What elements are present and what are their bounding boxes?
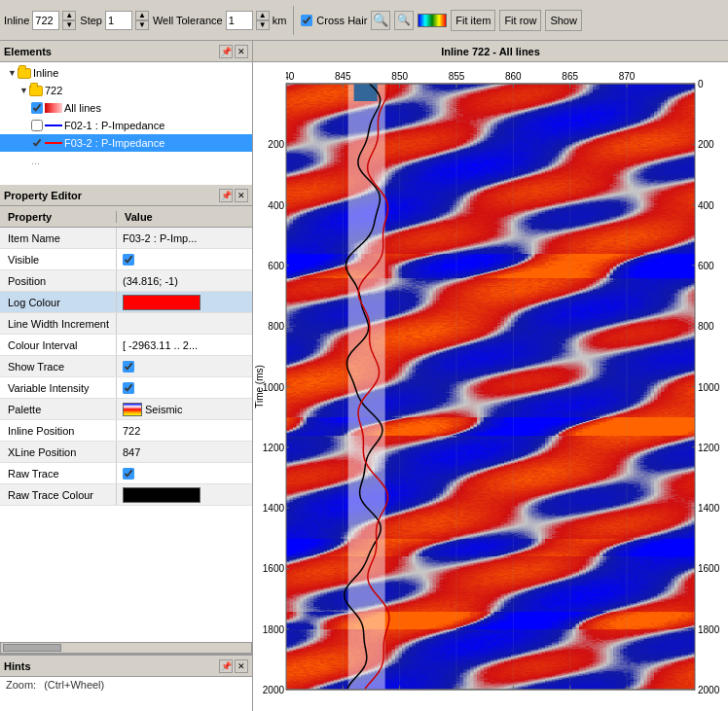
color-bar	[418, 14, 447, 27]
divider-1	[293, 6, 294, 35]
checkbox-f03-2[interactable]	[31, 137, 43, 149]
elements-panel-controls: 📌 ✕	[219, 45, 248, 58]
inline-spin-up[interactable]: ▲	[62, 11, 76, 20]
seismic-title-text: Inline 722 - All lines	[441, 46, 540, 57]
tolerance-input[interactable]	[226, 11, 253, 30]
log-colour-swatch[interactable]	[123, 295, 200, 310]
step-spin-up[interactable]: ▲	[135, 11, 149, 20]
inline-spinner: ▲ ▼	[62, 11, 76, 30]
elements-panel-header: Elements 📌 ✕	[0, 41, 252, 62]
prop-name-palette: Palette	[0, 399, 117, 419]
prop-name-visible: Visible	[0, 249, 117, 269]
prop-value-colour-interval: [ -2963.11 .. 2...	[117, 339, 252, 351]
hints-panel-controls: 📌 ✕	[219, 659, 248, 673]
inline-spin-down[interactable]: ▼	[62, 20, 76, 30]
prop-value-raw-trace-colour[interactable]	[117, 487, 252, 503]
palette-swatch: Seismic	[123, 403, 183, 416]
checkbox-alllines[interactable]	[31, 102, 43, 114]
show-trace-checkbox[interactable]	[123, 361, 134, 373]
tolerance-spinner: ▲ ▼	[256, 11, 270, 30]
property-close-button[interactable]: ✕	[235, 189, 248, 202]
prop-row-raw-trace-colour: Raw Trace Colour	[0, 484, 252, 506]
zoom-in-button[interactable]: 🔍	[371, 11, 390, 30]
seismic-panel: Inline 722 - All lines	[253, 41, 728, 711]
prop-value-show-trace	[117, 361, 252, 373]
elements-close-button[interactable]: ✕	[235, 45, 248, 58]
property-scrollbar[interactable]	[0, 642, 252, 654]
hint-zoom-key: Zoom:	[6, 679, 36, 691]
crosshair-checkbox[interactable]	[301, 15, 312, 26]
property-table: Item Name F03-2 : P-Imp... Visible Posit…	[0, 228, 252, 642]
fit-row-button[interactable]: Fit row	[499, 10, 541, 31]
crosshair-checkbox-group: Cross Hair	[301, 15, 367, 26]
scrollbar-thumb[interactable]	[3, 644, 61, 652]
raw-trace-checkbox[interactable]	[123, 468, 134, 480]
show-button[interactable]: Show	[545, 10, 582, 31]
hints-pin-button[interactable]: 📌	[219, 659, 233, 673]
prop-value-variable-intensity	[117, 382, 252, 394]
alllines-icon	[45, 103, 62, 113]
step-spin-down[interactable]: ▼	[135, 20, 149, 30]
left-panel: Elements 📌 ✕ ▼ Inline ▼ 722	[0, 41, 253, 711]
prop-name-show-trace: Show Trace	[0, 356, 117, 376]
inline-input[interactable]	[32, 11, 59, 30]
toolbar-tolerance-group: Well Tolerance ▲ ▼ km	[153, 11, 286, 30]
prop-row-item-name: Item Name F03-2 : P-Imp...	[0, 228, 252, 249]
palette-bar-icon	[123, 403, 142, 416]
prop-row-position: Position (34.816; -1)	[0, 270, 252, 292]
hints-close-button[interactable]: ✕	[235, 659, 248, 673]
prop-row-show-trace: Show Trace	[0, 356, 252, 377]
prop-row-visible: Visible	[0, 249, 252, 270]
step-input[interactable]	[105, 11, 132, 30]
line-icon-f02-1	[45, 121, 62, 130]
seismic-content[interactable]	[253, 62, 728, 711]
fit-item-button[interactable]: Fit item	[451, 10, 495, 31]
property-pin-button[interactable]: 📌	[219, 189, 233, 202]
tree-item-hidden: ...	[0, 152, 252, 169]
step-spinner: ▲ ▼	[135, 11, 149, 30]
tree-item-722[interactable]: ▼ 722	[0, 82, 252, 99]
tolerance-label: Well Tolerance	[153, 15, 223, 26]
prop-row-colour-interval: Colour Interval [ -2963.11 .. 2...	[0, 335, 252, 356]
elements-pin-button[interactable]: 📌	[219, 45, 233, 58]
prop-name-raw-trace-colour: Raw Trace Colour	[0, 484, 117, 505]
visible-checkbox[interactable]	[123, 254, 134, 266]
prop-value-log-colour[interactable]	[117, 295, 252, 310]
raw-trace-colour-swatch[interactable]	[123, 487, 200, 503]
elements-tree: ▼ Inline ▼ 722 All lines	[0, 62, 252, 185]
prop-value-item-name: F03-2 : P-Imp...	[117, 232, 252, 244]
prop-row-variable-intensity: Variable Intensity	[0, 377, 252, 399]
prop-value-visible	[117, 254, 252, 266]
seismic-canvas[interactable]	[253, 62, 728, 711]
prop-name-variable-intensity: Variable Intensity	[0, 377, 117, 398]
tree-item-alllines[interactable]: All lines	[0, 99, 252, 117]
prop-value-inline-pos: 722	[117, 425, 252, 437]
hints-panel-header: Hints 📌 ✕	[0, 656, 252, 677]
prop-name-item-name: Item Name	[0, 228, 117, 248]
step-label: Step	[80, 15, 102, 26]
property-header-row: Property Value	[0, 206, 252, 228]
folder-icon-inline	[18, 68, 31, 79]
tolerance-spin-down[interactable]: ▼	[256, 20, 270, 30]
zoom-out-button[interactable]: 🔍	[394, 11, 414, 30]
main-content: Elements 📌 ✕ ▼ Inline ▼ 722	[0, 41, 728, 711]
tolerance-spin-up[interactable]: ▲	[256, 11, 270, 20]
prop-name-log-colour: Log Colour	[0, 292, 117, 312]
expand-inline: ▼	[8, 68, 18, 78]
prop-row-log-colour: Log Colour	[0, 292, 252, 313]
tree-item-inline[interactable]: ▼ Inline	[0, 64, 252, 82]
tree-item-f03-2[interactable]: F03-2 : P-Impedance	[0, 134, 252, 152]
variable-intensity-checkbox[interactable]	[123, 382, 134, 394]
tree-label-f02-1: F02-1 : P-Impedance	[64, 120, 164, 131]
prop-name-position: Position	[0, 270, 117, 291]
checkbox-f02-1[interactable]	[31, 120, 43, 131]
prop-name-colour-interval: Colour Interval	[0, 335, 117, 355]
tree-item-f02-1[interactable]: F02-1 : P-Impedance	[0, 117, 252, 134]
hints-content: Zoom: (Ctrl+Wheel)	[0, 677, 252, 711]
prop-value-position: (34.816; -1)	[117, 275, 252, 287]
tree-label-alllines: All lines	[64, 102, 101, 114]
value-col-header: Value	[117, 211, 153, 223]
hints-panel-title: Hints	[4, 660, 31, 672]
toolbar-inline-group: Inline ▲ ▼	[4, 11, 76, 30]
property-panel-header: Property Editor 📌 ✕	[0, 185, 252, 206]
